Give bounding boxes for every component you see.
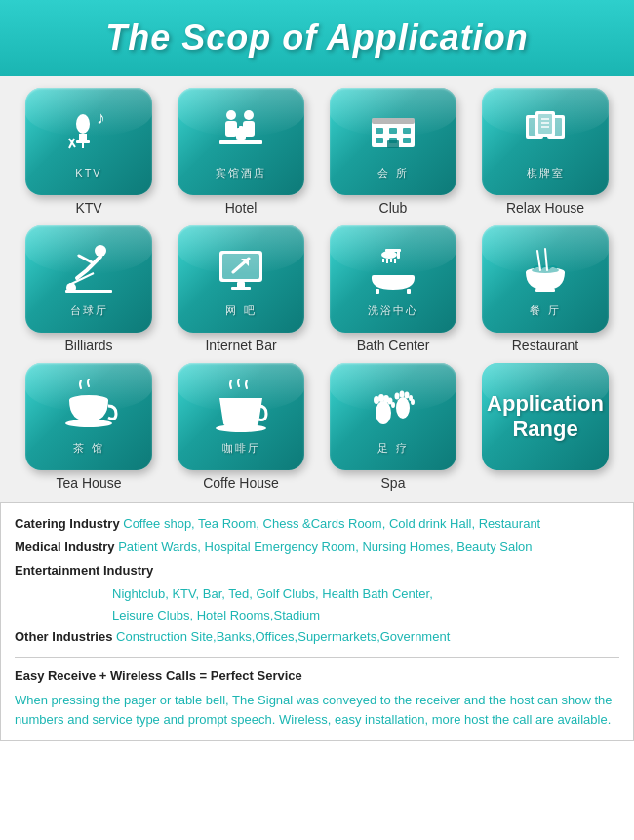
internet-chinese: 网 吧: [225, 303, 256, 318]
svg-point-58: [216, 424, 266, 432]
restaurant-chinese: 餐 厅: [530, 303, 560, 318]
list-item: ♪ KTV KTV: [18, 88, 160, 216]
coffee-icon: [212, 379, 270, 437]
svg-point-7: [226, 110, 236, 120]
list-item: 宾馆酒店 Hotel: [170, 88, 312, 216]
relax-icon: [516, 103, 575, 162]
svg-marker-38: [241, 259, 249, 266]
ktv-label: KTV: [75, 200, 101, 216]
svg-rect-2: [76, 140, 90, 143]
svg-point-60: [374, 396, 379, 404]
spa-icon: [364, 379, 422, 437]
list-item: 台球厅 Billiards: [18, 225, 160, 353]
other-label: Other Industries: [15, 629, 112, 644]
svg-point-66: [395, 392, 400, 399]
club-icon: [364, 103, 422, 162]
section-divider: [15, 657, 619, 658]
svg-rect-1: [79, 134, 87, 141]
entertainment-line1: Nightclub, KTV, Bar, Ted, Golf Clubs, He…: [15, 583, 619, 605]
svg-rect-18: [403, 128, 411, 134]
page-header: The Scop of Application: [0, 0, 634, 76]
billiards-label: Billiards: [64, 338, 112, 353]
svg-rect-37: [222, 254, 259, 279]
hotel-chinese: 宾馆酒店: [216, 166, 266, 180]
list-item: 会 所 Club: [322, 88, 464, 216]
svg-line-54: [545, 249, 547, 270]
restaurant-icon: [516, 241, 575, 300]
svg-point-61: [378, 394, 384, 402]
svg-point-51: [526, 267, 565, 277]
restaurant-icon-box: 餐 厅: [482, 225, 609, 333]
teahouse-icon: [59, 379, 118, 437]
application-range-text: Application Range: [482, 391, 609, 443]
internet-label: Internet Bar: [205, 338, 276, 353]
entertainment-line2: Leisure Clubs, Hotel Rooms,Stadium: [15, 605, 619, 626]
svg-rect-40: [231, 287, 251, 290]
club-icon-box: 会 所: [330, 88, 456, 195]
relax-label: Relax House: [506, 200, 584, 216]
svg-point-59: [376, 401, 391, 424]
svg-rect-35: [65, 290, 112, 293]
svg-rect-28: [538, 114, 552, 134]
info-section: Catering Industry Coffee shop, Tea Room,…: [0, 502, 634, 741]
svg-point-0: [76, 114, 90, 134]
svg-point-62: [383, 395, 389, 403]
svg-rect-21: [403, 138, 411, 143]
svg-point-68: [405, 391, 410, 398]
ktv-icon: ♪: [59, 104, 118, 163]
svg-rect-49: [376, 289, 379, 294]
svg-rect-26: [550, 118, 562, 136]
billiards-chinese: 台球厅: [70, 303, 108, 318]
list-item: 茶 馆 Tea House: [18, 363, 160, 491]
svg-point-69: [409, 395, 413, 401]
catering-row: Catering Industry Coffee shop, Tea Room,…: [15, 513, 619, 535]
svg-point-43: [381, 251, 397, 259]
list-item: 网 吧 Internet Bar: [170, 225, 312, 353]
medical-row: Medical Industry Patient Wards, Hospital…: [15, 537, 619, 558]
bath-label: Bath Center: [357, 338, 430, 353]
svg-rect-19: [376, 138, 383, 143]
internet-icon: [212, 241, 270, 300]
application-range-box: Application Range: [482, 363, 609, 470]
svg-rect-48: [372, 275, 415, 280]
svg-rect-13: [219, 140, 262, 144]
bath-chinese: 洗浴中心: [368, 303, 418, 318]
svg-point-52: [532, 267, 559, 273]
svg-rect-22: [387, 140, 399, 148]
svg-rect-15: [372, 118, 415, 124]
svg-point-56: [69, 395, 108, 405]
coffee-label: Coffe House: [203, 475, 279, 491]
relax-chinese: 棋牌室: [527, 166, 565, 180]
spa-chinese: 足 疗: [377, 441, 408, 456]
svg-rect-55: [535, 289, 555, 292]
svg-rect-10: [243, 121, 255, 137]
svg-rect-11: [236, 128, 246, 140]
club-label: Club: [379, 200, 408, 216]
list-item: 咖啡厅 Coffe House: [170, 363, 312, 491]
club-chinese: 会 所: [377, 166, 408, 180]
list-item: 洗浴中心 Bath Center: [322, 225, 464, 353]
restaurant-label: Restaurant: [512, 338, 578, 353]
hotel-label: Hotel: [225, 200, 258, 216]
svg-point-57: [65, 420, 112, 427]
easy-receive-title: Easy Receive + Wireless Calls = Perfect …: [15, 665, 619, 687]
coffee-chinese: 咖啡厅: [222, 441, 260, 456]
catering-value: Coffee shop, Tea Room, Chess &Cards Room…: [120, 516, 541, 531]
svg-rect-12: [239, 126, 243, 130]
bath-icon: [364, 241, 422, 300]
hotel-icon-box: 宾馆酒店: [178, 88, 304, 195]
svg-point-70: [411, 399, 415, 405]
application-range-item: Application Range: [474, 363, 616, 491]
svg-line-53: [537, 251, 540, 270]
svg-rect-9: [225, 121, 237, 137]
svg-point-67: [400, 390, 405, 397]
svg-rect-17: [389, 128, 397, 134]
icons-grid: ♪ KTV KTV: [8, 88, 626, 491]
teahouse-icon-box: 茶 馆: [25, 363, 152, 470]
list-item: 餐 厅 Restaurant: [474, 225, 616, 353]
svg-point-65: [396, 397, 410, 419]
svg-point-63: [388, 397, 393, 404]
ktv-icon-box: ♪ KTV: [25, 88, 152, 195]
svg-point-32: [95, 245, 106, 257]
page-title: The Scop of Application: [10, 18, 624, 59]
